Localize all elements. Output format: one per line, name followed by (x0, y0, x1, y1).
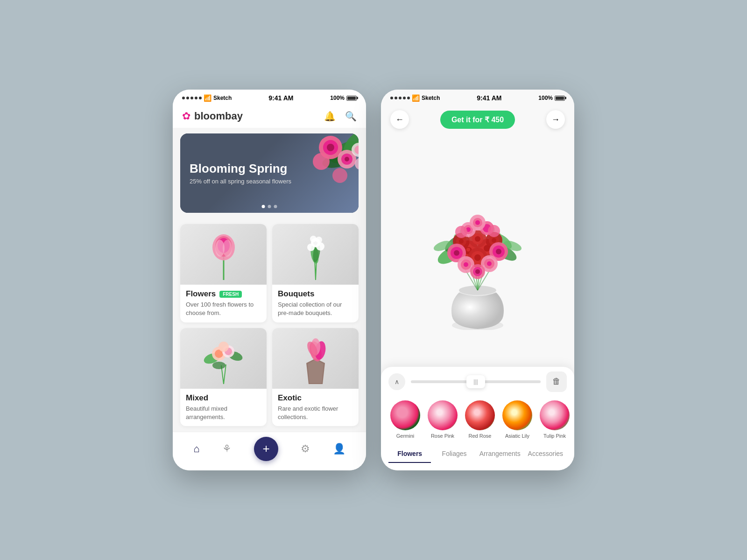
category-desc-exotic: Rare and exotic flower collections. (278, 405, 353, 421)
signal-dot-2 (186, 97, 189, 99)
flower-item-red-rose[interactable]: Red Rose (463, 400, 497, 439)
mixed-illustration (203, 333, 245, 384)
category-desc-mixed: Beautiful mixed arrangements. (186, 405, 261, 421)
app-name-1: Sketch (213, 95, 232, 101)
battery-pct-2: 100% (538, 95, 553, 101)
chevron-up-icon: ∧ (395, 378, 399, 385)
category-card-exotic[interactable]: Exotic Rare and exotic flower collection… (272, 328, 359, 426)
flower-nav-icon: ⚘ (222, 443, 232, 455)
tab-accessories[interactable]: Accessories (524, 445, 567, 463)
category-title-row-mixed: Mixed (186, 393, 261, 403)
home-icon: ⌂ (193, 443, 199, 455)
flower-circle-red-rose (465, 400, 495, 430)
flower-circle-asiatic-lily (502, 400, 532, 430)
tab-flowers[interactable]: Flowers (388, 445, 431, 463)
nav-home[interactable]: ⌂ (193, 443, 199, 455)
signal-dot-2-5 (407, 97, 410, 99)
category-card-bouquets[interactable]: Bouquets Special collection of our pre-m… (272, 224, 359, 322)
flower-item-rose-pink[interactable]: Rose Pink (426, 400, 459, 439)
flower-label-tulip-pink: Tulip Pink (543, 433, 566, 439)
back-button[interactable]: ← (390, 110, 409, 129)
categories-grid: Flowers FRESH Over 100 fresh flowers to … (173, 218, 366, 432)
app-header: ✿ bloombay 🔔 🔍 (173, 105, 366, 128)
slider-thumb[interactable]: ||| (466, 375, 485, 388)
nav-add-button[interactable]: + (254, 437, 278, 461)
signal-dot-2-2 (395, 97, 397, 99)
category-card-flowers[interactable]: Flowers FRESH Over 100 fresh flowers to … (180, 224, 267, 322)
svg-point-105 (455, 226, 467, 238)
category-title-row-exotic: Exotic (278, 393, 353, 403)
battery-icon-1 (346, 96, 357, 101)
svg-point-78 (492, 238, 496, 243)
collapse-button[interactable]: ∧ (388, 373, 405, 390)
flower-item-asiatic-lily[interactable]: Asiatic Lily (500, 400, 534, 439)
category-info-flowers: Flowers FRESH Over 100 fresh flowers to … (180, 285, 267, 322)
svg-point-66 (466, 248, 470, 252)
wifi-icon-2: 📶 (412, 94, 420, 102)
flower-label-asiatic-lily: Asiatic Lily (505, 433, 529, 439)
fresh-badge: FRESH (219, 291, 242, 298)
banner-dot-3[interactable] (274, 205, 277, 208)
category-card-mixed[interactable]: Mixed Beautiful mixed arrangements. (180, 328, 267, 426)
svg-point-26 (307, 244, 315, 251)
tab-foliages[interactable]: Foliages (433, 445, 475, 463)
flower-item-germini[interactable]: Germini (388, 400, 422, 439)
svg-point-87 (496, 249, 501, 254)
delete-button[interactable]: 🗑 (546, 371, 567, 392)
flower-item-tulip-pink[interactable]: Tulip Pink (538, 400, 571, 439)
carnation-illustration (205, 229, 242, 280)
panel-handle-row: ∧ ||| 🗑 (381, 367, 574, 396)
signal-dot-2-4 (403, 97, 406, 99)
exotic-illustration (295, 333, 337, 384)
quantity-slider[interactable]: ||| (411, 380, 541, 383)
next-arrow-icon: → (551, 115, 560, 125)
product-header: ← Get it for ₹ 450 → (381, 105, 574, 134)
flower-picker: Germini Rose Pink Red Rose Asiatic Lily … (381, 396, 574, 443)
category-title-bouquets: Bouquets (278, 289, 314, 299)
battery-pct-1: 100% (330, 95, 345, 101)
tab-arrangements[interactable]: Arrangements (478, 445, 522, 463)
svg-point-81 (475, 236, 480, 242)
category-title-mixed: Mixed (186, 393, 208, 403)
battery-area-2: 100% (538, 95, 565, 101)
search-button[interactable]: 🔍 (345, 111, 357, 122)
signal-dot-2-1 (390, 97, 393, 99)
svg-point-90 (464, 262, 468, 267)
svg-point-106 (488, 225, 500, 237)
flower-label-germini: Germini (396, 433, 415, 439)
settings-icon: ⚙ (301, 443, 310, 455)
category-title-exotic: Exotic (278, 393, 302, 403)
app-name-2: Sketch (422, 95, 440, 101)
category-img-exotic (272, 328, 359, 389)
notification-button[interactable]: 🔔 (324, 111, 336, 122)
profile-icon: 👤 (333, 443, 345, 455)
svg-point-84 (454, 250, 459, 256)
battery-area-1: 100% (330, 95, 357, 101)
product-category-tabs: Flowers Foliages Arrangements Accessorie… (381, 443, 574, 470)
svg-point-29 (316, 237, 322, 243)
bottom-panel: ∧ ||| 🗑 Germini Ros (381, 367, 574, 470)
svg-point-75 (459, 239, 464, 244)
category-info-mixed: Mixed Beautiful mixed arrangements. (180, 389, 267, 426)
svg-point-93 (487, 261, 492, 266)
status-left-2: 📶 Sketch (390, 94, 440, 102)
svg-point-34 (212, 362, 226, 369)
nav-settings[interactable]: ⚙ (301, 443, 310, 455)
svg-point-39 (218, 342, 229, 352)
status-bar-2: 📶 Sketch 9:41 AM 100% (381, 90, 574, 105)
promo-banner[interactable]: Blooming Spring 25% off on all spring se… (180, 133, 359, 213)
banner-dot-1[interactable] (262, 205, 265, 208)
category-desc-bouquets: Special collection of our pre-made bouqu… (278, 301, 353, 317)
banner-dot-2[interactable] (268, 205, 271, 208)
signal-dot-3 (190, 97, 193, 99)
nav-shop[interactable]: ⚘ (222, 443, 232, 455)
category-title-flowers: Flowers (186, 289, 216, 299)
category-title-row-bouquets: Bouquets (278, 289, 353, 299)
wifi-icon: 📶 (204, 94, 211, 102)
time-2: 9:41 AM (477, 94, 501, 102)
header-actions: 🔔 🔍 (324, 111, 357, 122)
next-button[interactable]: → (546, 110, 565, 129)
battery-icon-2 (555, 96, 565, 101)
get-it-button[interactable]: Get it for ₹ 450 (440, 111, 515, 129)
nav-profile[interactable]: 👤 (333, 443, 345, 455)
